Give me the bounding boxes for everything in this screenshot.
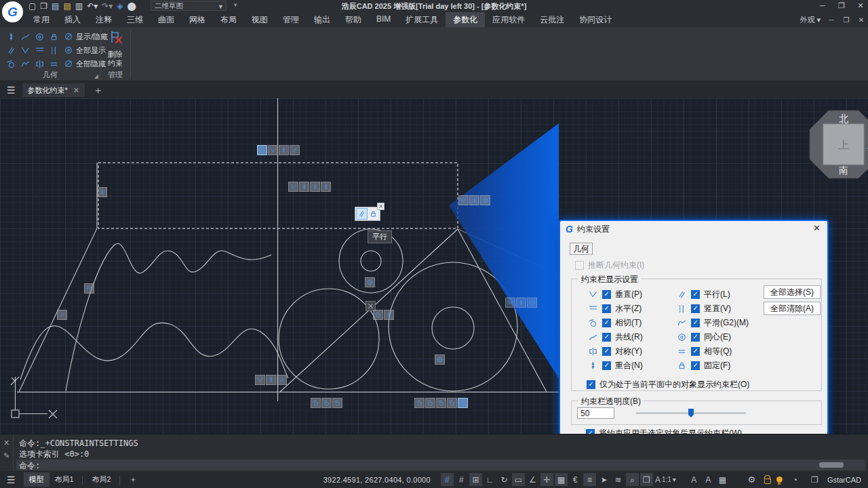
selection-filter-icon[interactable]: ➤: [597, 473, 610, 486]
quick-properties-icon[interactable]: ▦: [716, 473, 729, 486]
fixed-checkbox[interactable]: [691, 361, 700, 370]
ribbon-tab-帮助[interactable]: 帮助: [338, 12, 369, 28]
lineweight-icon[interactable]: ≡: [583, 473, 596, 486]
coincident-checkbox[interactable]: [602, 361, 611, 370]
layout1-tab[interactable]: 布局1: [50, 472, 79, 487]
constraint-tool-collinear[interactable]: [18, 30, 33, 43]
constraint-badge-bar[interactable]: [414, 398, 469, 408]
constraint-badge-bar[interactable]: [435, 354, 446, 365]
constraint-badge-bar[interactable]: [57, 310, 68, 320]
vertical-checkbox[interactable]: [691, 304, 700, 313]
constraint-tool-equal[interactable]: [47, 57, 61, 70]
layout2-tab[interactable]: 布局2: [87, 472, 117, 487]
monitor-icon[interactable]: ❐: [640, 473, 653, 486]
new-tab-button[interactable]: ＋: [93, 84, 103, 97]
ribbon-tab-视图[interactable]: 视图: [244, 12, 275, 28]
doc-close-button[interactable]: ✕: [857, 16, 865, 24]
badge-tangent[interactable]: [332, 398, 342, 408]
performance-gauge-icon[interactable]: ◔: [789, 473, 802, 486]
snap-mode-icon[interactable]: ⊞: [469, 473, 482, 486]
minimize-button[interactable]: ─: [818, 0, 827, 12]
status-menu-icon[interactable]: ☰: [7, 474, 16, 485]
drawing-canvas[interactable]: ✕ 平行 北 南 东 上 G 约束设置 ✕ 几何 推断几何约束(I): [0, 98, 868, 434]
object-snap-icon[interactable]: ✛: [540, 473, 553, 486]
panel-launcher-icon[interactable]: ◢: [94, 73, 98, 79]
badge-parallel[interactable]: [277, 375, 287, 385]
perpendicular-checkbox[interactable]: [602, 290, 611, 299]
annotation-autoscale-icon[interactable]: A: [702, 473, 715, 486]
doc-menu-icon[interactable]: ☰: [7, 85, 16, 96]
badge-perpendicular[interactable]: [255, 375, 265, 385]
equal-checkbox[interactable]: [691, 347, 700, 356]
ribbon-tab-三维[interactable]: 三维: [119, 12, 151, 28]
tangent-checkbox[interactable]: [602, 319, 611, 327]
badge-concentric[interactable]: [365, 277, 375, 287]
parallel-checkbox[interactable]: [691, 290, 700, 299]
constraint-tool-vertical[interactable]: [47, 43, 61, 57]
tab-close-icon[interactable]: ✕: [73, 86, 79, 95]
badge-perpendicular[interactable]: [288, 182, 298, 192]
collinear-checkbox[interactable]: [602, 333, 611, 342]
constraint-badge-bar[interactable]: [288, 182, 332, 192]
badge-tangent[interactable]: [436, 398, 446, 408]
badge-coincident[interactable]: [516, 298, 526, 308]
command-pencil-icon[interactable]: ✎: [0, 451, 13, 460]
constraint-badge-bar[interactable]: [311, 398, 343, 408]
transparency-input[interactable]: 50: [577, 407, 614, 419]
constraint-tool-parallel[interactable]: [4, 43, 18, 57]
badge-coincident[interactable]: [310, 182, 320, 192]
constraint-tool-coincident[interactable]: [4, 30, 18, 43]
badge-parallel[interactable]: [257, 145, 267, 155]
badge-coincident[interactable]: [299, 182, 309, 192]
close-button[interactable]: ✕: [856, 0, 865, 12]
badge-smooth[interactable]: [84, 283, 94, 293]
ortho-mode-icon[interactable]: ∟: [484, 473, 496, 486]
badge-perpendicular[interactable]: [268, 145, 278, 155]
zoom-tool-icon[interactable]: ⌕: [626, 473, 639, 486]
add-layout-button[interactable]: ＋: [124, 472, 142, 487]
annotation-visibility-icon[interactable]: A: [688, 473, 701, 486]
ribbon-tab-管理[interactable]: 管理: [275, 12, 307, 28]
symmetric-checkbox[interactable]: [602, 347, 611, 356]
grid-display-icon[interactable]: #: [441, 473, 454, 486]
badge-tangent[interactable]: [425, 398, 435, 408]
ribbon-tab-BIM[interactable]: BIM: [369, 12, 398, 28]
ribbon-tab-插入[interactable]: 插入: [57, 12, 88, 28]
minibar-close-icon[interactable]: ✕: [377, 203, 384, 210]
constraint-tool-tangent[interactable]: [4, 57, 18, 70]
badge-perpendicular[interactable]: [458, 195, 469, 205]
layer-control-icon[interactable]: ≋: [612, 473, 625, 486]
cube-north-label[interactable]: 北: [839, 113, 848, 124]
restore-button[interactable]: ❐: [837, 0, 846, 12]
bulb-icon[interactable]: [776, 476, 783, 483]
constraint-badge-bar[interactable]: [97, 187, 108, 197]
command-input[interactable]: [16, 460, 865, 470]
ribbon-tab-协同设计[interactable]: 协同设计: [572, 12, 619, 28]
constraint-mini-toolbar[interactable]: ✕: [355, 207, 380, 221]
settings-gear-icon[interactable]: ⚙: [745, 473, 758, 486]
hatch-display-icon[interactable]: ▦: [555, 473, 568, 486]
horizontal-checkbox[interactable]: [602, 304, 611, 313]
ribbon-tab-应用软件[interactable]: 应用软件: [485, 12, 532, 28]
constraint-badge-bar[interactable]: [365, 277, 376, 287]
infer-constraints-checkbox[interactable]: [575, 261, 584, 270]
plane-only-checkbox[interactable]: [587, 380, 595, 389]
cube-up-label[interactable]: 上: [838, 139, 849, 150]
constraint-badge-bar[interactable]: [373, 310, 395, 320]
badge-tangent[interactable]: [447, 398, 457, 408]
badge-coincident[interactable]: [279, 145, 289, 155]
ribbon-tab-曲面[interactable]: 曲面: [151, 12, 182, 28]
ribbon-tab-扩展工具[interactable]: 扩展工具: [398, 12, 446, 28]
dynamic-input-icon[interactable]: ▭: [512, 473, 525, 486]
view-cube[interactable]: 北 南 东 上: [804, 105, 868, 186]
cube-south-label[interactable]: 南: [839, 165, 848, 176]
clear-all-button[interactable]: 全部清除(A): [764, 302, 821, 315]
constraint-badge-bar[interactable]: [505, 298, 538, 308]
badge-collinear[interactable]: [57, 310, 67, 320]
constraint-tool-concentric[interactable]: [33, 30, 47, 43]
ribbon-tab-布局[interactable]: 布局: [213, 12, 244, 28]
dialog-tab-geometry[interactable]: 几何: [570, 243, 593, 255]
polar-tracking-icon[interactable]: ↻: [498, 473, 511, 486]
ribbon-tab-注释[interactable]: 注释: [88, 12, 119, 28]
grid-icon[interactable]: #: [455, 473, 468, 486]
